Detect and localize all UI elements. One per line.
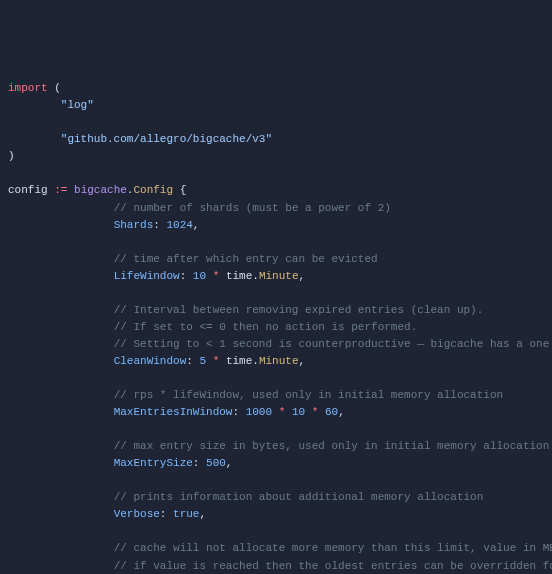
field-lifewindow: LifeWindow (114, 270, 180, 282)
field-verbose: Verbose (114, 508, 160, 520)
code-block: import ( "log" "github.com/allegro/bigca… (8, 82, 552, 574)
comment: // cache will not allocate more memory t… (114, 542, 552, 554)
comment: // Interval between removing expired ent… (114, 304, 484, 316)
comment: // If set to <= 0 then no action is perf… (114, 321, 418, 333)
field-maxentrysize: MaxEntrySize (114, 457, 193, 469)
comment: // prints information about additional m… (114, 491, 484, 503)
comment: // time after which entry can be evicted (114, 253, 378, 265)
comment: // if value is reached then the oldest e… (114, 560, 552, 572)
comment: // max entry size in bytes, used only in… (114, 440, 550, 452)
import-bigcache: "github.com/allegro/bigcache/v3" (61, 133, 272, 145)
field-maxentries: MaxEntriesInWindow (114, 406, 233, 418)
comment: // rps * lifeWindow, used only in initia… (114, 389, 503, 401)
comment: // number of shards (must be a power of … (114, 202, 391, 214)
field-shards: Shards (114, 219, 154, 231)
comment: // Setting to < 1 second is counterprodu… (114, 338, 552, 350)
keyword-import: import (8, 82, 48, 94)
import-log: "log" (61, 99, 94, 111)
field-cleanwindow: CleanWindow (114, 355, 187, 367)
ident-config: config (8, 184, 48, 196)
